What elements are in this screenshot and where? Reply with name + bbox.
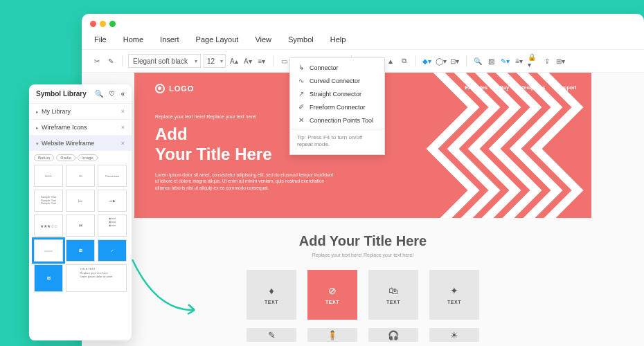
symbol-thumbnail[interactable]: ▭ [66, 165, 95, 187]
menu-home[interactable]: Home [123, 35, 143, 44]
symbol-thumbnail[interactable]: TITLE TEXTReplace your text herelorem ip… [66, 264, 127, 292]
logo-text: LOGO [169, 84, 194, 93]
dropdown-tip: Tip: Press F4 to turn on/off repeat mode… [290, 131, 384, 152]
symbol-thumbnail[interactable]: 🖼 [34, 264, 63, 292]
minimize-window-icon[interactable] [100, 21, 106, 27]
image-icon[interactable]: ▨ [486, 55, 497, 66]
content-section: Add Your Title Here Replace your text he… [91, 233, 634, 342]
symbol-thumbnail[interactable]: ▭▶ [98, 190, 127, 212]
feature-card[interactable]: ✦TEXT [429, 270, 479, 320]
search-icon[interactable]: 🔍 [95, 90, 103, 98]
card-row: ♦TEXT ⊘TEXT 🛍TEXT ✦TEXT [91, 270, 634, 320]
hero-decoration [418, 73, 591, 218]
bag-icon: 🛍 [388, 285, 398, 296]
sparkle-icon: ✦ [450, 285, 458, 296]
panel-header: Symbol Library 🔍 ♡ « [29, 84, 132, 103]
panel-title: Symbol Library [36, 90, 87, 98]
logo-icon [155, 84, 165, 93]
menu-help[interactable]: Help [330, 35, 346, 44]
font-select[interactable]: Elegant soft black [128, 54, 201, 68]
favorite-icon[interactable]: ♡ [109, 90, 115, 98]
feature-card[interactable]: ☀ [429, 328, 479, 342]
symbol-thumbnail[interactable]: ✓ [98, 239, 127, 262]
dropdown-item-connector[interactable]: ↳Connector [290, 61, 384, 74]
symbol-thumbnail-selected[interactable]: ▭▭▭ [34, 239, 63, 262]
collapse-icon[interactable]: « [120, 90, 125, 98]
format-painter-icon[interactable]: ✎ [105, 55, 116, 66]
symbol-thumbnail[interactable]: ▭▭ [34, 165, 63, 187]
line-style-icon[interactable]: ≡▾ [514, 55, 525, 66]
symbol-thumbnail[interactable]: ★★★☆☆ [34, 215, 63, 237]
symbol-thumbnail[interactable]: 🗺 [66, 215, 95, 237]
close-icon[interactable]: × [121, 124, 125, 131]
pen-color-icon[interactable]: ✎▾ [500, 55, 511, 66]
symbol-grid: ▭▭ ▭ Conversion Sample TextSample TextSa… [29, 165, 132, 292]
menu-view[interactable]: View [255, 35, 271, 44]
tag-button[interactable]: Button [34, 154, 54, 161]
shape-style-icon[interactable]: ◯▾ [436, 55, 447, 66]
align-icon[interactable]: ≡▾ [256, 55, 267, 66]
feature-card[interactable]: 🧍 [307, 328, 357, 342]
freeform-connector-icon: ✐ [297, 103, 305, 111]
straight-connector-icon: ↗ [297, 90, 305, 98]
symbol-library-panel: Symbol Library 🔍 ♡ « ▸My Library× ▸Wiref… [29, 84, 132, 340]
crop-icon[interactable]: ⊡▾ [449, 55, 460, 66]
more-icon[interactable]: ⊞▾ [555, 55, 566, 66]
ball-icon: ⊘ [328, 285, 337, 296]
category-wireframe-icons[interactable]: ▸Wireframe Icons× [29, 119, 132, 135]
font-size-select[interactable]: 12 [204, 54, 226, 68]
symbol-thumbnail[interactable]: Sample TextSample TextSample Text [34, 190, 63, 212]
close-window-icon[interactable] [90, 21, 96, 27]
dropdown-item-curved[interactable]: ∿Curved Connector [290, 74, 384, 87]
hero-body: Lorem ipsum dolor sit amet, consectetur … [155, 172, 335, 192]
category-website-wireframe[interactable]: ▾Website Wireframe× [29, 135, 132, 151]
group-icon[interactable]: ⧉ [399, 55, 410, 66]
window-controls [82, 14, 644, 34]
menu-page-layout[interactable]: Page Layout [196, 35, 239, 44]
cut-icon[interactable]: ✂ [91, 55, 102, 66]
decrease-font-icon[interactable]: A▾ [242, 55, 253, 66]
feature-card[interactable]: ✎ [247, 328, 296, 342]
symbol-thumbnail[interactable]: 🖼 [66, 239, 95, 262]
search-icon[interactable]: 🔍 [472, 55, 483, 66]
feature-card[interactable]: 🛍TEXT [368, 270, 418, 320]
rectangle-tool-icon[interactable]: ▭ [279, 55, 290, 66]
dropdown-item-points[interactable]: ✕Connection Points Tool [290, 113, 384, 127]
connector-icon: ↳ [297, 64, 305, 71]
connector-dropdown: ↳Connector ∿Curved Connector ↗Straight C… [289, 57, 385, 155]
category-my-library[interactable]: ▸My Library× [29, 103, 132, 119]
fill-color-icon[interactable]: ◆▾ [422, 55, 433, 66]
lock-icon[interactable]: 🔒▾ [528, 55, 539, 66]
section-subtitle: Replace your text here! Replace your tex… [91, 253, 634, 257]
close-icon[interactable]: × [121, 140, 125, 147]
export-icon[interactable]: ⇪ [542, 55, 553, 66]
feature-card[interactable]: ♦TEXT [247, 270, 296, 320]
section-title: Add Your Title Here [91, 233, 634, 249]
filter-tags: Button Radio Image [29, 151, 132, 165]
close-icon[interactable]: × [121, 108, 125, 115]
maximize-window-icon[interactable] [109, 21, 116, 27]
increase-font-icon[interactable]: A▴ [229, 55, 240, 66]
tag-radio[interactable]: Radio [56, 154, 75, 161]
feature-card[interactable]: 🎧 [368, 328, 418, 342]
menu-symbol[interactable]: Symbol [288, 35, 314, 44]
curved-connector-icon: ∿ [297, 77, 305, 84]
tag-image[interactable]: Image [78, 154, 98, 161]
menu-file[interactable]: File [94, 35, 107, 44]
symbol-thumbnail[interactable]: ◉ text◉ text◉ text [98, 215, 127, 237]
feature-card-highlighted[interactable]: ⊘TEXT [307, 270, 357, 320]
card-row-2: ✎ 🧍 🎧 ☀ [91, 328, 634, 342]
menu-insert[interactable]: Insert [160, 35, 179, 44]
diamond-icon: ♦ [269, 285, 274, 296]
flip-icon[interactable]: ▲ [385, 55, 396, 66]
dropdown-item-straight[interactable]: ↗Straight Connector [290, 87, 384, 100]
dropdown-item-freeform[interactable]: ✐Freeform Connector [290, 100, 384, 113]
connection-points-icon: ✕ [297, 116, 305, 124]
menu-bar: File Home Insert Page Layout View Symbol… [82, 34, 644, 49]
symbol-thumbnail[interactable]: Conversion [98, 165, 127, 187]
symbol-thumbnail[interactable]: |▭ [66, 190, 95, 212]
